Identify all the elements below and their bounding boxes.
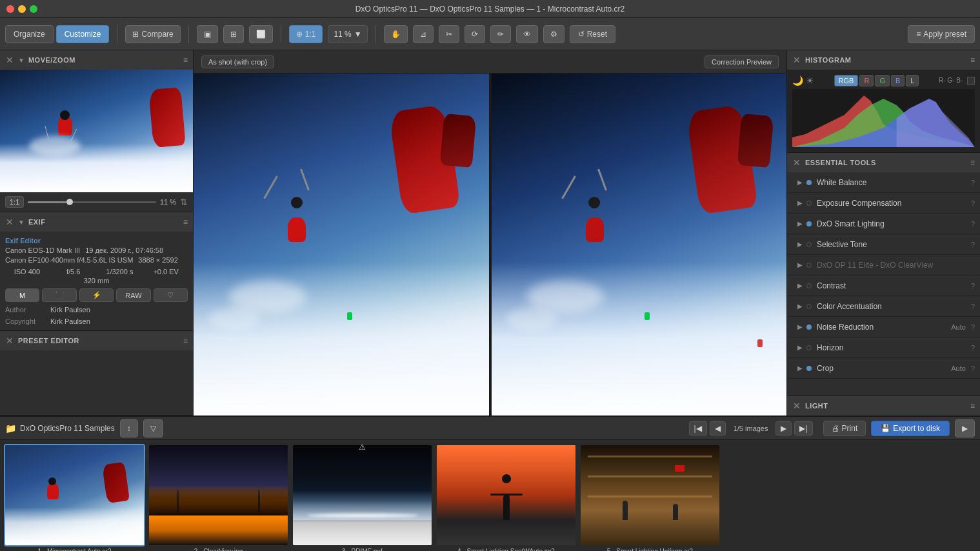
histogram-menu-icon[interactable]: ≡ bbox=[970, 55, 975, 65]
essential-tools-menu-icon[interactable]: ≡ bbox=[970, 158, 975, 167]
exif-camera: Canon EOS-1D Mark III bbox=[5, 246, 80, 254]
apply-preset-button[interactable]: ≡ Apply preset bbox=[908, 25, 975, 43]
filmstrip-filter-button[interactable]: ▽ bbox=[143, 419, 163, 437]
picker-button[interactable]: ⟳ bbox=[465, 25, 485, 43]
settings-button[interactable]: ⚙ bbox=[543, 25, 565, 43]
tool-horizon[interactable]: ▶ Horizon ? bbox=[787, 337, 980, 358]
nav-first-button[interactable]: |◀ bbox=[689, 421, 707, 436]
export-options-button[interactable]: ▶ bbox=[955, 419, 975, 437]
photo-panel-left bbox=[194, 74, 489, 416]
tool-name-crop: Crop bbox=[817, 364, 951, 373]
exif-menu-icon[interactable]: ≡ bbox=[183, 217, 188, 226]
move-zoom-arrow[interactable]: ▼ bbox=[18, 57, 25, 64]
customize-button[interactable]: Customize bbox=[56, 25, 110, 43]
tool-smart-lighting[interactable]: ▶ DxO Smart Lighting ? bbox=[787, 214, 980, 234]
exif-mode-m[interactable]: M bbox=[5, 288, 39, 302]
exif-dimensions: 3888 × 2592 bbox=[138, 256, 177, 264]
export-options-icon: ▶ bbox=[962, 424, 968, 433]
view-single-button[interactable]: ▣ bbox=[197, 25, 218, 43]
tool-contrast[interactable]: ▶ Contrast ? bbox=[787, 276, 980, 296]
filmstrip-items: 1 - Microcontrast Auto.cr2 2 - ClearView… bbox=[0, 440, 980, 551]
reset-button[interactable]: ↺ Reset bbox=[570, 25, 615, 43]
filmstrip-item-4[interactable]: 4 - Smart Lighting SpotWAuto.rw2 bbox=[437, 445, 575, 551]
tool-dot-selective-tone bbox=[806, 242, 812, 247]
zoom-fit-button[interactable]: ⊕ 1:1 bbox=[289, 25, 323, 43]
maximize-button[interactable] bbox=[30, 5, 37, 13]
hand-tool-button[interactable]: ✋ bbox=[384, 25, 408, 43]
zoom-stepper[interactable]: ⇅ bbox=[180, 197, 188, 207]
tool-name-color-accentuation: Color Accentuation bbox=[817, 302, 968, 311]
hist-g-button[interactable]: G bbox=[875, 75, 890, 86]
export-button[interactable]: 💾 Export to disk bbox=[871, 421, 950, 436]
filmstrip-item-2[interactable]: 2 - ClearView.jpg bbox=[149, 445, 288, 551]
filmstrip-thumb-2 bbox=[149, 445, 288, 545]
hist-b-button[interactable]: B bbox=[891, 75, 905, 86]
nav-last-button[interactable]: ▶| bbox=[794, 421, 812, 436]
view-crop-button[interactable]: ⬜ bbox=[249, 25, 273, 43]
light-header: ✕ LIGHT ≡ bbox=[787, 396, 980, 416]
preset-editor-menu-icon[interactable]: ≡ bbox=[183, 336, 188, 345]
compare-button[interactable]: ⊞ Compare bbox=[125, 25, 180, 43]
preview-button[interactable]: 👁 bbox=[516, 25, 538, 43]
exif-close-button[interactable]: ✕ bbox=[5, 217, 14, 226]
hist-rgb-button[interactable]: RGB bbox=[834, 75, 859, 86]
filmstrip-item-1[interactable]: 1 - Microcontrast Auto.cr2 bbox=[5, 445, 144, 551]
tool-question-white-balance: ? bbox=[971, 179, 975, 186]
filmstrip-item-3[interactable]: ⚠ 3 - PRIME.nef bbox=[293, 445, 432, 551]
tool-selective-tone[interactable]: ▶ Selective Tone ? bbox=[787, 234, 980, 255]
light-close-button[interactable]: ✕ bbox=[792, 401, 801, 410]
hist-mode-buttons: 🌙 ☀ bbox=[792, 75, 814, 86]
sort-icon: ↕ bbox=[127, 424, 131, 433]
organize-button[interactable]: Organize bbox=[5, 25, 54, 43]
tool-dot-white-balance bbox=[806, 180, 812, 185]
zoom-display: 11 % ▼ bbox=[328, 25, 367, 43]
tool-clearview[interactable]: ▶ DxO OP 11 Elite - DxO ClearView bbox=[787, 255, 980, 276]
move-zoom-close-button[interactable]: ✕ bbox=[5, 55, 14, 65]
light-menu-icon[interactable]: ≡ bbox=[970, 401, 975, 410]
straighten-button[interactable]: ⊿ bbox=[413, 25, 434, 43]
view-grid-button[interactable]: ⊞ bbox=[223, 25, 244, 43]
preset-editor-close-button[interactable]: ✕ bbox=[5, 336, 14, 345]
tool-crop[interactable]: ▶ Crop Auto ? bbox=[787, 358, 980, 379]
histogram-controls: 🌙 ☀ RGB R G B L R- G- B- bbox=[792, 75, 975, 86]
canvas-tag: As shot (with crop) bbox=[201, 55, 274, 68]
exif-heart-button[interactable]: ♡ bbox=[154, 288, 188, 302]
hist-r-button[interactable]: R bbox=[859, 75, 874, 86]
light-title: LIGHT bbox=[805, 402, 828, 410]
tool-exposure[interactable]: ▶ Exposure Compensation ? bbox=[787, 193, 980, 214]
tool-name-contrast: Contrast bbox=[817, 281, 968, 290]
zoom-dropdown-icon[interactable]: ▼ bbox=[354, 30, 362, 39]
print-button[interactable]: 🖨 Print bbox=[823, 421, 866, 436]
hist-l-button[interactable]: L bbox=[906, 75, 919, 86]
tool-name-exposure: Exposure Compensation bbox=[817, 199, 968, 208]
move-zoom-menu-icon[interactable]: ≡ bbox=[183, 55, 188, 65]
exif-flash-button[interactable]: ⚡ bbox=[79, 288, 114, 302]
tool-dot-horizon bbox=[806, 345, 812, 350]
exif-ev: +0.0 EV bbox=[144, 268, 188, 276]
tool-noise-reduction[interactable]: ▶ Noise Reduction Auto ? bbox=[787, 317, 980, 337]
move-zoom-section: ✕ ▼ MOVE/ZOOM ≡ bbox=[0, 50, 193, 212]
retouch-button[interactable]: ✏ bbox=[490, 25, 511, 43]
nav-prev-button[interactable]: ◀ bbox=[710, 421, 726, 436]
exif-arrow[interactable]: ▼ bbox=[18, 219, 25, 226]
filmstrip-label-1: 1 - Microcontrast Auto.cr2 bbox=[5, 548, 144, 551]
filmstrip-sort-button[interactable]: ↕ bbox=[120, 419, 138, 437]
minimize-button[interactable] bbox=[18, 5, 26, 13]
zoom-reset-button[interactable]: 1:1 bbox=[5, 196, 24, 208]
essential-tools-close-button[interactable]: ✕ bbox=[792, 158, 801, 167]
tool-white-balance[interactable]: ▶ White Balance ? bbox=[787, 172, 980, 193]
histogram-close-button[interactable]: ✕ bbox=[792, 55, 801, 65]
nav-next-button[interactable]: ▶ bbox=[775, 421, 792, 436]
tool-name-horizon: Horizon bbox=[817, 343, 968, 352]
hist-sun-button[interactable]: ☀ bbox=[806, 75, 814, 86]
exif-scene-button[interactable]: ⬛ bbox=[42, 288, 76, 302]
exif-raw-button[interactable]: RAW bbox=[116, 288, 150, 302]
filmstrip-item-5[interactable]: 5 - Smart Lighting Uniform.cr2 bbox=[581, 445, 719, 551]
hist-moon-button[interactable]: 🌙 bbox=[792, 75, 803, 86]
close-button[interactable] bbox=[6, 5, 14, 13]
crop-tool-button[interactable]: ✂ bbox=[439, 25, 459, 43]
tool-color-accentuation[interactable]: ▶ Color Accentuation ? bbox=[787, 296, 980, 317]
correction-preview-button[interactable]: Correction Preview bbox=[705, 55, 779, 68]
nav-info: 1/5 images bbox=[728, 425, 774, 432]
zoom-slider[interactable] bbox=[28, 201, 156, 203]
